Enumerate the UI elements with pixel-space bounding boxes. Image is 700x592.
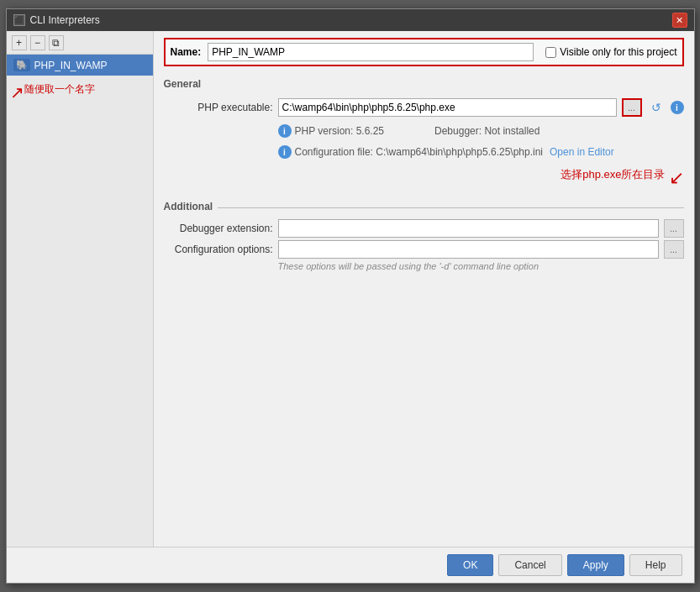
sidebar: + − ⧉ 🐘 PHP_IN_WAMP ↗ 随便取一个名字 [7,31,154,547]
name-input[interactable] [208,43,534,61]
apply-button[interactable]: Apply [567,554,624,576]
php-exec-label: PHP executable: [164,102,273,113]
visible-checkbox[interactable] [545,47,556,58]
config-info-icon: i [278,145,292,159]
dialog-footer: OK Cancel Apply Help [7,547,694,583]
debugger-status: Debugger: Not installed [434,125,539,137]
php-exec-input[interactable] [278,98,617,117]
version-row: i PHP version: 5.6.25 Debugger: Not inst… [278,124,684,138]
config-options-label: Configuration options: [164,244,273,255]
debugger-ext-browse-button[interactable]: ... [664,219,684,238]
config-options-row: Configuration options: ... [164,240,684,259]
cancel-button[interactable]: Cancel [498,554,561,576]
php-exec-browse-button[interactable]: ... [622,98,642,117]
config-row: i Configuration file: C:\wamp64\bin\php\… [278,145,684,159]
name-label: Name: [171,46,202,58]
annotation-right-area: 选择php.exe所在目录 ↙ [164,167,684,189]
info-button[interactable]: i [671,101,684,114]
additional-divider: Additional [164,201,684,214]
config-options-browse-button[interactable]: ... [664,240,684,259]
ok-button[interactable]: OK [447,554,493,576]
config-options-input[interactable] [278,240,659,259]
php-icon: 🐘 [13,59,30,71]
cli-interpreters-dialog: ⬛ CLI Interpreters ✕ + − ⧉ 🐘 PHP_IN_WAMP… [6,8,695,584]
remove-interpreter-button[interactable]: − [30,35,45,50]
divider-line [218,207,683,208]
version-info-icon: i [278,124,292,138]
dialog-title: CLI Interpreters [30,14,100,26]
title-bar: ⬛ CLI Interpreters ✕ [7,9,694,31]
debugger-ext-row: Debugger extension: ... [164,219,684,238]
annotation-left: 随便取一个名字 [24,82,95,97]
annotation-right: 选择php.exe所在目录 [561,167,665,189]
php-exec-row: PHP executable: ... ↺ i [164,98,684,117]
copy-interpreter-button[interactable]: ⧉ [49,35,64,50]
dialog-icon: ⬛ [13,14,25,26]
title-bar-left: ⬛ CLI Interpreters [13,14,100,26]
help-button[interactable]: Help [629,554,682,576]
open-editor-link[interactable]: Open in Editor [550,146,614,158]
close-button[interactable]: ✕ [672,13,687,28]
arrow-right-icon: ↙ [669,167,684,189]
additional-label: Additional [164,201,213,214]
general-section-label: General [164,78,684,92]
debugger-ext-label: Debugger extension: [164,223,273,234]
interpreter-name: PHP_IN_WAMP [34,60,108,71]
debugger-ext-input[interactable] [278,219,659,238]
add-interpreter-button[interactable]: + [12,35,27,50]
visible-label: Visible only for this project [560,46,676,58]
annotation-left-area: ↗ 随便取一个名字 [7,76,153,102]
name-row: Name: Visible only for this project [164,38,684,66]
hint-text: These options will be passed using the '… [278,261,684,271]
visible-checkbox-row: Visible only for this project [545,46,676,58]
reload-button[interactable]: ↺ [647,98,666,117]
main-content: Name: Visible only for this project Gene… [154,31,694,547]
interpreter-item[interactable]: 🐘 PHP_IN_WAMP [7,55,153,76]
php-version-text: PHP version: 5.6.25 [295,125,385,137]
config-file-text: Configuration file: C:\wamp64\bin\php\ph… [295,146,544,158]
additional-section: Additional Debugger extension: ... Confi… [164,201,684,271]
arrow-left-icon: ↗ [10,82,24,102]
sidebar-toolbar: + − ⧉ [7,31,153,55]
dialog-body: + − ⧉ 🐘 PHP_IN_WAMP ↗ 随便取一个名字 Name: [7,31,694,547]
